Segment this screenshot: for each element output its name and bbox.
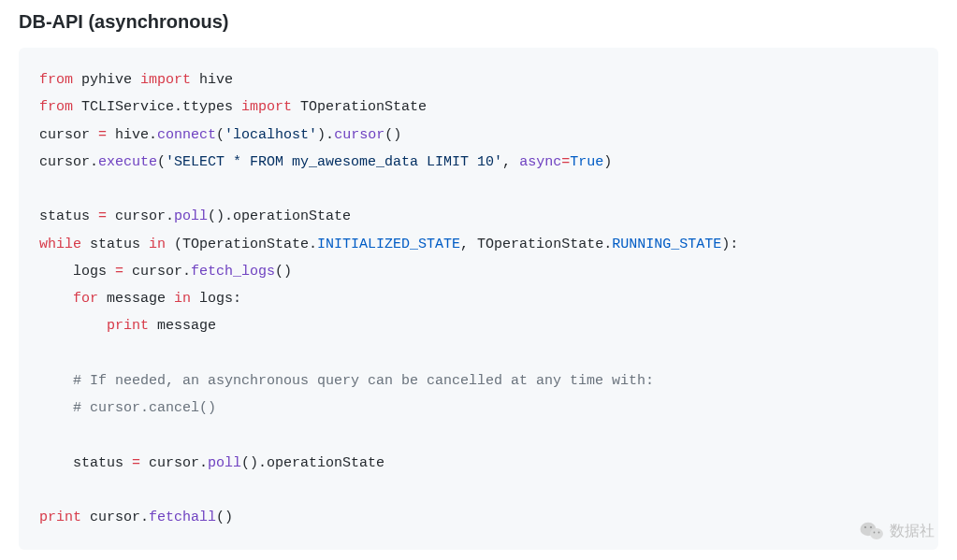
str-query: 'SELECT * FROM my_awesome_data LIMIT 10' — [166, 154, 502, 170]
document-wrap: DB-API (asynchronous) from pyhive import… — [0, 0, 957, 560]
kw-in: in — [174, 291, 191, 307]
const-true: True — [570, 154, 603, 170]
const-init-state: INITIALIZED_STATE — [317, 237, 460, 252]
fn-connect: connect — [157, 127, 216, 143]
kw-async: async — [519, 154, 561, 170]
section-title: DB-API (asynchronous) — [19, 11, 938, 33]
fn-poll: poll — [174, 208, 208, 224]
fn-cursor: cursor — [334, 127, 384, 143]
comment: # cursor.cancel() — [73, 400, 216, 416]
code-block: from pyhive import hive from TCLIService… — [19, 48, 938, 550]
fn-fetchall: fetchall — [149, 510, 216, 525]
kw-for: for — [73, 291, 98, 307]
fn-poll: poll — [208, 455, 241, 471]
kw-from: from — [39, 72, 73, 88]
kw-in: in — [149, 237, 166, 252]
kw-import: import — [140, 72, 191, 88]
kw-print: print — [39, 510, 81, 525]
kw-import: import — [241, 99, 292, 115]
fn-fetch-logs: fetch_logs — [191, 264, 275, 280]
str-host: 'localhost' — [225, 127, 317, 143]
fn-execute: execute — [98, 154, 157, 170]
const-running-state: RUNNING_STATE — [612, 237, 721, 252]
kw-from: from — [39, 99, 73, 115]
comment: # If needed, an asynchronous query can b… — [73, 373, 654, 389]
kw-print: print — [107, 318, 149, 334]
kw-while: while — [39, 237, 81, 252]
